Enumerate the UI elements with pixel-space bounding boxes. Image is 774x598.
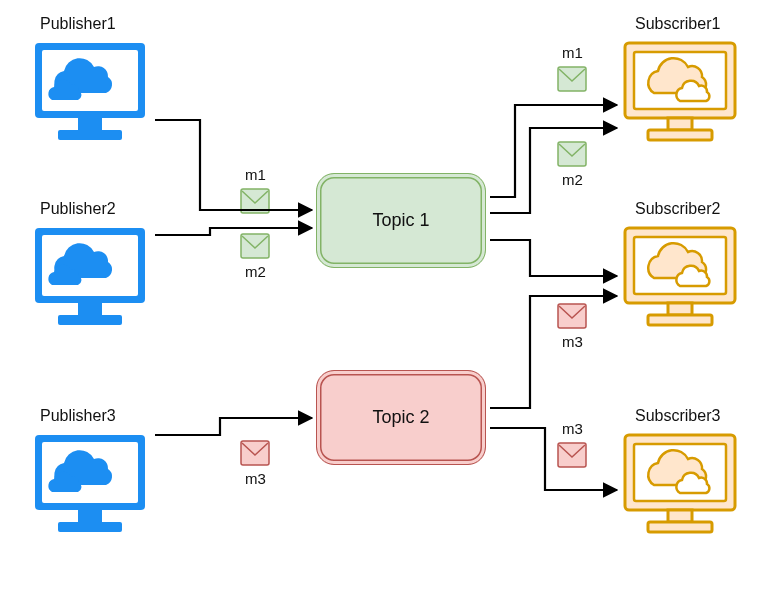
msg-m3-pub-label: m3 xyxy=(245,470,266,487)
topic2-box: Topic 2 xyxy=(316,370,486,465)
topic1-label: Topic 1 xyxy=(372,210,429,231)
msg-m3-sub3-icon xyxy=(557,442,587,468)
arrow-topic2-sub2 xyxy=(490,296,617,408)
msg-m1-pub-label: m1 xyxy=(245,166,266,183)
msg-m3-sub3-label: m3 xyxy=(562,420,583,437)
publisher1-icon xyxy=(30,38,150,148)
arrow-pub2-topic1 xyxy=(155,228,312,235)
subscriber2-label: Subscriber2 xyxy=(635,200,720,218)
arrow-topic1-sub2 xyxy=(490,240,617,276)
publisher3-label: Publisher3 xyxy=(40,407,116,425)
msg-m3-sub2-label: m3 xyxy=(562,333,583,350)
msg-m3-sub2-icon xyxy=(557,303,587,329)
msg-m1-sub-icon xyxy=(557,66,587,92)
msg-m2-sub-icon xyxy=(557,141,587,167)
publisher3-icon xyxy=(30,430,150,540)
topic2-label: Topic 2 xyxy=(372,407,429,428)
msg-m1-pub-icon xyxy=(240,188,270,214)
subscriber1-icon xyxy=(620,38,740,148)
publisher1-label: Publisher1 xyxy=(40,15,116,33)
arrow-topic2-sub3 xyxy=(490,428,617,490)
subscriber1-label: Subscriber1 xyxy=(635,15,720,33)
msg-m2-pub-icon xyxy=(240,233,270,259)
msg-m3-pub-icon xyxy=(240,440,270,466)
arrow-topic1-sub1-lower xyxy=(490,128,617,213)
arrow-pub3-topic2 xyxy=(155,418,312,435)
publisher2-icon xyxy=(30,223,150,333)
msg-m2-pub-label: m2 xyxy=(245,263,266,280)
topic1-box: Topic 1 xyxy=(316,173,486,268)
subscriber3-label: Subscriber3 xyxy=(635,407,720,425)
arrow-topic1-sub1-upper xyxy=(490,105,617,197)
subscriber3-icon xyxy=(620,430,740,540)
arrow-pub1-topic1 xyxy=(155,120,312,210)
msg-m1-sub-label: m1 xyxy=(562,44,583,61)
subscriber2-icon xyxy=(620,223,740,333)
publisher2-label: Publisher2 xyxy=(40,200,116,218)
msg-m2-sub-label: m2 xyxy=(562,171,583,188)
